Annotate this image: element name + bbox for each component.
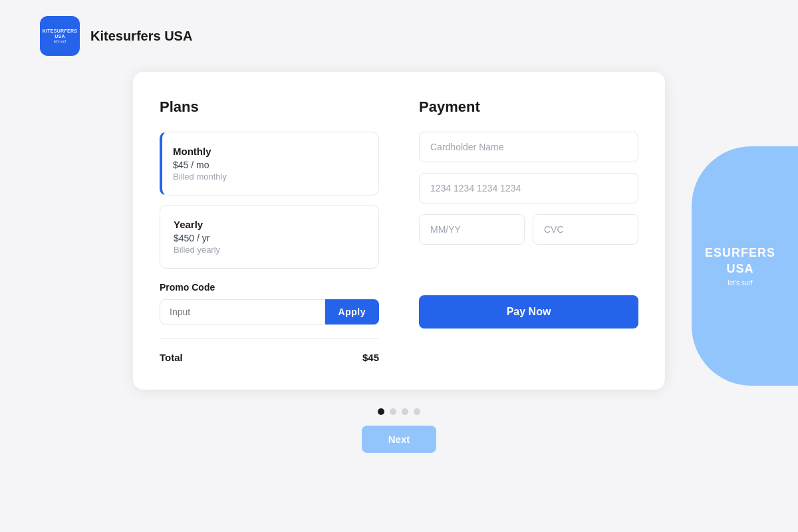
plan-yearly-billing: Billed yearly: [174, 245, 365, 255]
next-btn-row: Next: [0, 426, 798, 453]
plan-yearly-name: Yearly: [174, 219, 365, 230]
cvc-input[interactable]: [533, 214, 638, 245]
promo-label: Promo Code: [160, 282, 379, 293]
deco-shape: ESURFERSUSA let's surf: [692, 146, 798, 386]
deco-text: ESURFERSUSA: [705, 245, 775, 277]
apply-button[interactable]: Apply: [325, 299, 379, 325]
deco-subtext: let's surf: [705, 279, 775, 287]
logo-subtext: let's surf: [54, 39, 66, 43]
payment-panel: Payment Pay Now: [419, 98, 638, 363]
promo-section: Promo Code Apply: [160, 282, 379, 325]
main-card: Plans Monthly $45 / mo Billed monthly Ye…: [133, 72, 665, 390]
total-amount: $45: [362, 352, 379, 363]
dot-2[interactable]: [390, 408, 396, 415]
next-button[interactable]: Next: [362, 426, 437, 453]
cardholder-name-input[interactable]: [419, 132, 638, 162]
expiry-input[interactable]: [419, 214, 525, 245]
dot-1[interactable]: [378, 408, 384, 415]
plan-monthly-price: $45 / mo: [173, 160, 365, 170]
divider: [160, 338, 379, 338]
card-number-input[interactable]: [419, 173, 638, 203]
promo-input-row: Apply: [160, 299, 379, 325]
plan-monthly-billing: Billed monthly: [173, 172, 365, 182]
promo-input[interactable]: [160, 299, 325, 325]
logo-text: KITESURFERS: [43, 29, 78, 34]
logo-line2: USA: [55, 34, 65, 39]
dot-3[interactable]: [402, 408, 408, 415]
plans-panel: Plans Monthly $45 / mo Billed monthly Ye…: [160, 98, 379, 363]
plan-monthly-name: Monthly: [173, 146, 365, 157]
pay-now-button[interactable]: Pay Now: [419, 295, 638, 329]
plans-title: Plans: [160, 98, 379, 116]
header: KITESURFERS USA let's surf Kitesurfers U…: [0, 0, 798, 72]
brand-name: Kitesurfers USA: [90, 29, 192, 44]
plan-monthly[interactable]: Monthly $45 / mo Billed monthly: [160, 132, 379, 196]
total-row: Total $45: [160, 352, 379, 363]
plan-yearly-price: $450 / yr: [174, 233, 365, 243]
plan-yearly[interactable]: Yearly $450 / yr Billed yearly: [160, 205, 379, 269]
dot-4[interactable]: [414, 408, 420, 415]
card-expiry-cvc-row: [419, 214, 638, 245]
payment-title: Payment: [419, 98, 638, 116]
total-label: Total: [160, 352, 183, 363]
logo-box: KITESURFERS USA let's surf: [40, 16, 80, 56]
pagination: [0, 408, 798, 415]
